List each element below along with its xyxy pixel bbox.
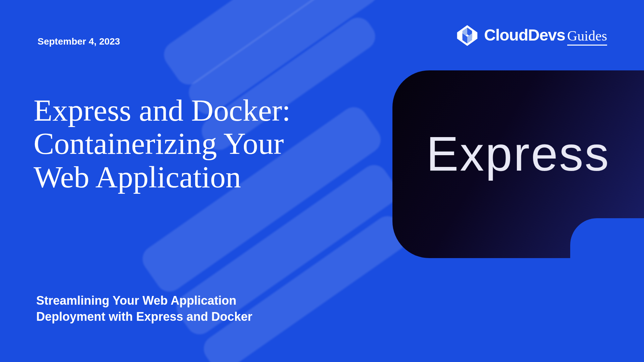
logo-text: CloudDevs Guides [484, 26, 607, 46]
tech-badge: Express [392, 70, 644, 258]
logo-brand-name: CloudDevs [484, 26, 565, 44]
page-subtitle: Streamlining Your Web Application Deploy… [36, 293, 298, 325]
clouddevs-logo-icon [455, 25, 479, 46]
slide-container: September 4, 2023 CloudDevs Guides Expre… [0, 0, 644, 362]
publish-date: September 4, 2023 [38, 36, 120, 47]
page-title: Express and Docker: Containerizing Your … [34, 94, 335, 194]
logo-suffix: Guides [567, 28, 607, 46]
tech-badge-label: Express [426, 126, 610, 182]
logo: CloudDevs Guides [455, 25, 607, 46]
